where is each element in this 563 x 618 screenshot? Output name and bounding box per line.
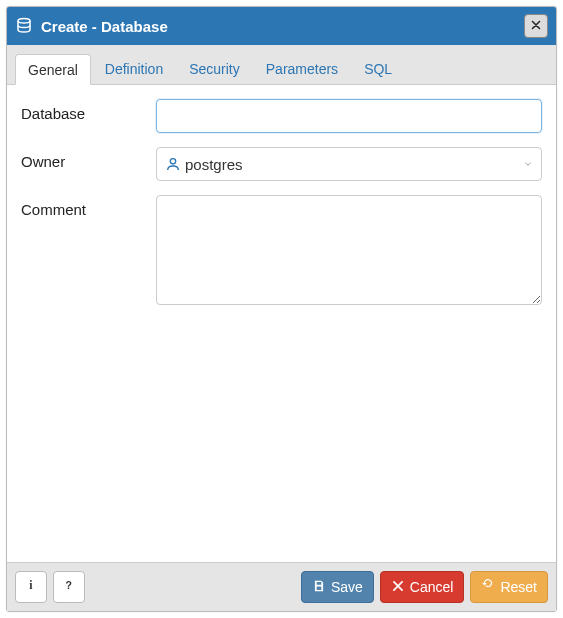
label-comment: Comment bbox=[21, 195, 156, 218]
svg-point-1 bbox=[170, 159, 175, 164]
comment-textarea[interactable] bbox=[156, 195, 542, 305]
dialog-footer: i ? Save Cancel Reset bbox=[7, 562, 556, 611]
owner-value: postgres bbox=[185, 156, 523, 173]
close-icon bbox=[530, 17, 542, 35]
database-icon bbox=[15, 17, 33, 35]
window-title: Create - Database bbox=[41, 18, 524, 35]
label-owner: Owner bbox=[21, 147, 156, 170]
chevron-down-icon bbox=[523, 155, 533, 173]
label-database: Database bbox=[21, 99, 156, 122]
svg-text:i: i bbox=[29, 579, 33, 592]
info-icon: i bbox=[24, 578, 38, 596]
row-comment: Comment bbox=[21, 195, 542, 309]
tab-sql[interactable]: SQL bbox=[352, 54, 404, 85]
row-owner: Owner postgres bbox=[21, 147, 542, 181]
cancel-icon bbox=[391, 579, 405, 596]
create-database-dialog: Create - Database General Definition Sec… bbox=[6, 6, 557, 612]
tab-bar: General Definition Security Parameters S… bbox=[7, 45, 556, 85]
save-button[interactable]: Save bbox=[301, 571, 374, 603]
tab-general[interactable]: General bbox=[15, 54, 91, 85]
info-button[interactable]: i bbox=[15, 571, 47, 603]
database-input[interactable] bbox=[156, 99, 542, 133]
svg-point-0 bbox=[18, 19, 30, 24]
tab-panel-general: Database Owner postgres bbox=[7, 85, 556, 562]
tab-definition[interactable]: Definition bbox=[93, 54, 175, 85]
svg-text:?: ? bbox=[66, 579, 72, 591]
row-database: Database bbox=[21, 99, 542, 133]
reset-button[interactable]: Reset bbox=[470, 571, 548, 603]
cancel-button[interactable]: Cancel bbox=[380, 571, 465, 603]
help-button[interactable]: ? bbox=[53, 571, 85, 603]
titlebar: Create - Database bbox=[7, 7, 556, 45]
save-label: Save bbox=[331, 579, 363, 595]
reset-icon bbox=[481, 579, 495, 596]
owner-select[interactable]: postgres bbox=[156, 147, 542, 181]
reset-label: Reset bbox=[500, 579, 537, 595]
tab-security[interactable]: Security bbox=[177, 54, 252, 85]
cancel-label: Cancel bbox=[410, 579, 454, 595]
help-icon: ? bbox=[62, 578, 76, 596]
close-button[interactable] bbox=[524, 14, 548, 38]
user-icon bbox=[165, 156, 181, 172]
tab-parameters[interactable]: Parameters bbox=[254, 54, 350, 85]
save-icon bbox=[312, 579, 326, 596]
